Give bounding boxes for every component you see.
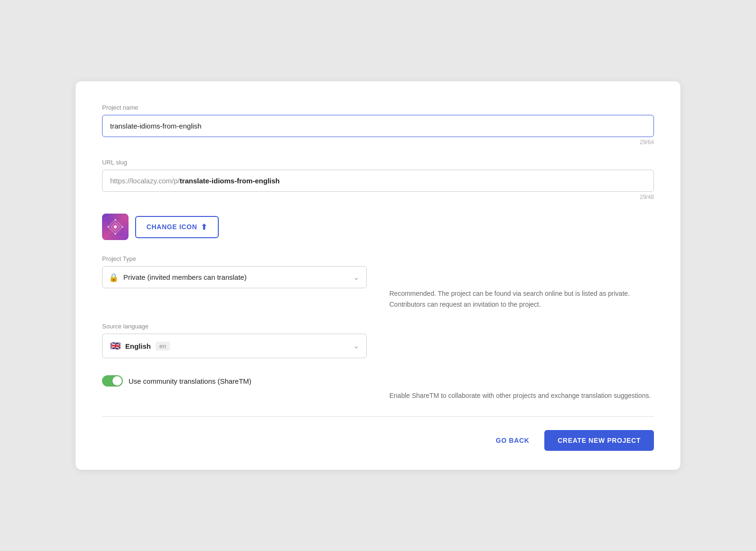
project-type-select[interactable]: Private (invited members can translate) (102, 266, 367, 288)
toggle-label: Use community translations (ShareTM) (129, 377, 251, 385)
svg-point-6 (121, 226, 123, 228)
project-type-label: Project Type (102, 255, 367, 262)
url-slug-value: translate-idioms-from-english (180, 177, 280, 185)
project-name-field-group: Project name 29/64 (102, 104, 654, 146)
project-name-input[interactable] (102, 115, 654, 137)
create-project-label: CREATE NEW PROJECT (558, 437, 641, 444)
svg-point-5 (114, 219, 116, 221)
project-icon-svg (106, 218, 124, 236)
toggle-left: Use community translations (ShareTM) (102, 371, 367, 401)
footer-divider (102, 416, 654, 417)
project-settings-card: Project name 29/64 URL slug https://loca… (76, 81, 680, 469)
project-name-label: Project name (102, 104, 654, 111)
svg-point-7 (114, 233, 116, 235)
create-project-button[interactable]: CREATE NEW PROJECT (544, 430, 654, 451)
project-type-left: Project Type 🔒 Private (invited members … (102, 255, 367, 310)
footer-actions: GO BACK CREATE NEW PROJECT (102, 430, 654, 451)
source-language-label: Source language (102, 323, 367, 330)
source-language-right (389, 323, 654, 358)
change-icon-button[interactable]: CHANGE ICON ⬆ (135, 216, 219, 238)
project-type-select-wrapper: 🔒 Private (invited members can translate… (102, 266, 367, 288)
project-name-char-count: 29/64 (102, 139, 654, 146)
url-slug-field-group: URL slug https://localazy.com/p/translat… (102, 159, 654, 200)
url-slug-char-count: 29/48 (102, 194, 654, 200)
project-type-value: Private (invited members can translate) (123, 273, 247, 281)
toggle-section: Use community translations (ShareTM) Ena… (102, 371, 654, 401)
source-language-select[interactable]: 🇬🇧 English en (102, 334, 367, 358)
url-slug-label: URL slug (102, 159, 654, 166)
source-language-left: Source language 🇬🇧 English en ⌄ (102, 323, 367, 358)
url-slug-display: https://localazy.com/p/translate-idioms-… (102, 170, 654, 192)
english-flag-icon: 🇬🇧 (110, 341, 120, 351)
project-type-description-text: Recommended. The project can be found vi… (389, 288, 654, 310)
toggle-row: Use community translations (ShareTM) (102, 375, 367, 387)
go-back-label: GO BACK (496, 437, 529, 444)
svg-point-8 (107, 226, 109, 228)
source-language-section: Source language 🇬🇧 English en ⌄ (102, 323, 654, 358)
upload-icon: ⬆ (201, 223, 207, 232)
project-type-section: Project Type 🔒 Private (invited members … (102, 255, 654, 310)
source-language-name: English (125, 342, 151, 350)
project-type-description: Recommended. The project can be found vi… (389, 274, 654, 310)
source-language-inner: 🇬🇧 English en (110, 341, 170, 351)
url-slug-prefix: https://localazy.com/p/ (110, 177, 180, 185)
go-back-button[interactable]: GO BACK (492, 431, 533, 450)
toggle-right: Enable ShareTM to collaborate with other… (389, 390, 654, 401)
sharetm-toggle[interactable] (102, 375, 123, 387)
toggle-description-text: Enable ShareTM to collaborate with other… (389, 390, 654, 401)
icon-row: CHANGE ICON ⬆ (102, 214, 654, 240)
svg-point-4 (114, 225, 117, 228)
source-language-select-wrapper: 🇬🇧 English en ⌄ (102, 334, 367, 358)
source-language-code-badge: en (155, 342, 170, 351)
project-icon (102, 214, 129, 240)
change-icon-label: CHANGE ICON (146, 223, 197, 231)
